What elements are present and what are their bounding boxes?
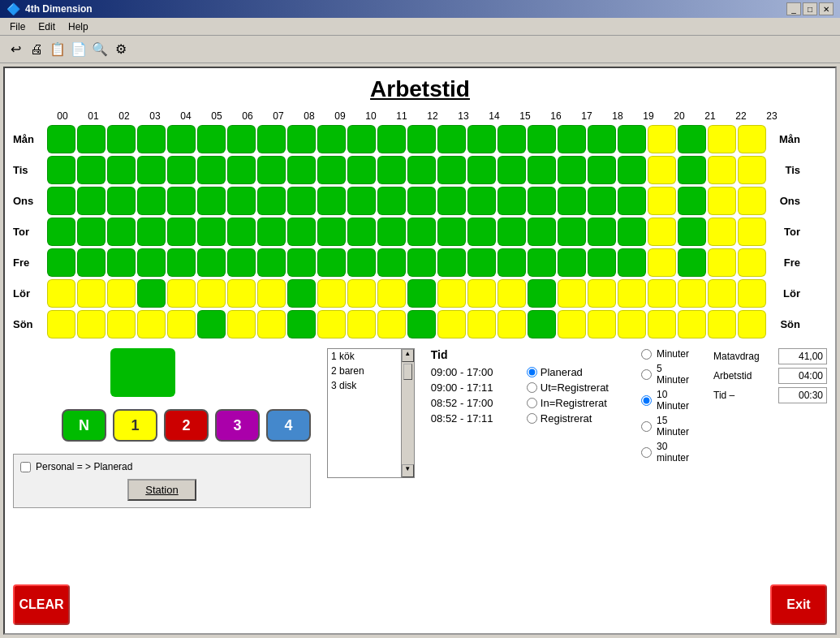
cell-mån-5[interactable] (197, 125, 226, 153)
minuter-radio-3[interactable] (641, 421, 652, 432)
cell-sön-16[interactable] (528, 310, 556, 338)
cell-sön-21[interactable] (678, 310, 706, 338)
menu-file[interactable]: File (3, 19, 32, 34)
cell-tis-20[interactable] (648, 156, 676, 184)
minuter-radio-4[interactable] (641, 447, 652, 458)
scroll-down-button[interactable]: ▼ (402, 464, 414, 477)
cell-ons-0[interactable] (47, 187, 75, 215)
num-btn-1[interactable]: 1 (113, 409, 157, 442)
cell-sön-22[interactable] (708, 310, 736, 338)
cell-ons-9[interactable] (317, 187, 346, 215)
tid-radio-label-1[interactable]: Ut=Registrerat (527, 382, 609, 394)
cell-tis-12[interactable] (407, 156, 436, 184)
cell-fre-20[interactable] (648, 248, 676, 277)
cell-mån-9[interactable] (317, 125, 346, 153)
cell-fre-2[interactable] (107, 248, 136, 277)
cell-tis-19[interactable] (618, 156, 646, 184)
cell-mån-1[interactable] (77, 125, 106, 153)
cell-tis-9[interactable] (317, 156, 346, 184)
cell-sön-4[interactable] (167, 310, 196, 338)
cell-fre-1[interactable] (77, 248, 106, 277)
close-button[interactable]: ✕ (819, 2, 834, 15)
cell-sön-12[interactable] (407, 310, 436, 338)
tid-radio-label-2[interactable]: In=Registrerat (527, 397, 607, 409)
cell-lör-12[interactable] (407, 279, 436, 308)
cell-ons-4[interactable] (167, 187, 196, 215)
cell-sön-13[interactable] (437, 310, 466, 338)
cell-tor-6[interactable] (227, 218, 256, 246)
cell-fre-16[interactable] (528, 248, 556, 277)
num-btn-3[interactable]: 3 (215, 409, 260, 442)
cell-ons-23[interactable] (738, 187, 766, 215)
cell-sön-6[interactable] (227, 310, 256, 338)
toolbar-icon-6[interactable]: ⚙ (112, 41, 130, 58)
cell-lör-21[interactable] (678, 279, 706, 308)
cell-sön-9[interactable] (317, 310, 346, 338)
cell-tis-16[interactable] (528, 156, 556, 184)
cell-ons-21[interactable] (678, 187, 706, 215)
cell-lör-20[interactable] (648, 279, 676, 308)
cell-mån-21[interactable] (678, 125, 706, 153)
cell-ons-12[interactable] (407, 187, 436, 215)
cell-fre-19[interactable] (618, 248, 646, 277)
cell-tis-1[interactable] (77, 156, 106, 184)
cell-fre-14[interactable] (467, 248, 496, 277)
num-btn-4[interactable]: 4 (266, 409, 311, 442)
cell-fre-17[interactable] (558, 248, 586, 277)
cell-mån-2[interactable] (107, 125, 136, 153)
cell-tor-13[interactable] (437, 218, 466, 246)
cell-ons-2[interactable] (107, 187, 136, 215)
cell-tor-16[interactable] (528, 218, 556, 246)
cell-ons-1[interactable] (77, 187, 106, 215)
toolbar-icon-4[interactable]: 📄 (70, 41, 88, 58)
cell-lör-6[interactable] (227, 279, 256, 308)
cell-lör-8[interactable] (287, 279, 316, 308)
cell-tis-3[interactable] (137, 156, 166, 184)
cell-tor-0[interactable] (47, 218, 75, 246)
cell-lör-19[interactable] (618, 279, 646, 308)
cell-mån-23[interactable] (738, 125, 766, 153)
cell-tor-10[interactable] (347, 218, 376, 246)
cell-lör-9[interactable] (317, 279, 346, 308)
num-btn-n[interactable]: N (62, 409, 106, 442)
cell-tor-2[interactable] (107, 218, 136, 246)
cell-sön-17[interactable] (558, 310, 586, 338)
cell-mån-18[interactable] (588, 125, 616, 153)
cell-tor-15[interactable] (498, 218, 526, 246)
list-item-3[interactable]: 3 disk (328, 378, 401, 393)
cell-mån-11[interactable] (377, 125, 406, 153)
cell-tis-2[interactable] (107, 156, 136, 184)
cell-sön-2[interactable] (107, 310, 136, 338)
cell-mån-22[interactable] (708, 125, 736, 153)
cell-sön-20[interactable] (648, 310, 676, 338)
cell-ons-15[interactable] (498, 187, 526, 215)
cell-lör-22[interactable] (708, 279, 736, 308)
cell-lör-10[interactable] (347, 279, 376, 308)
cell-lör-15[interactable] (498, 279, 526, 308)
cell-tor-14[interactable] (467, 218, 496, 246)
cell-mån-13[interactable] (437, 125, 466, 153)
cell-ons-22[interactable] (708, 187, 736, 215)
tid-radio-label-0[interactable]: Planerad (527, 366, 583, 378)
cell-mån-10[interactable] (347, 125, 376, 153)
cell-ons-5[interactable] (197, 187, 226, 215)
cell-fre-3[interactable] (137, 248, 166, 277)
station-button[interactable]: Station (127, 479, 196, 501)
cell-mån-14[interactable] (467, 125, 496, 153)
cell-ons-10[interactable] (347, 187, 376, 215)
cell-sön-11[interactable] (377, 310, 406, 338)
cell-ons-17[interactable] (558, 187, 586, 215)
personal-checkbox[interactable] (20, 462, 31, 472)
cell-ons-8[interactable] (287, 187, 316, 215)
cell-fre-13[interactable] (437, 248, 466, 277)
list-item-2[interactable]: 2 baren (328, 364, 401, 378)
cell-tor-4[interactable] (167, 218, 196, 246)
cell-sön-3[interactable] (137, 310, 166, 338)
cell-fre-21[interactable] (678, 248, 706, 277)
cell-fre-5[interactable] (197, 248, 226, 277)
cell-lör-18[interactable] (588, 279, 616, 308)
cell-tor-17[interactable] (558, 218, 586, 246)
cell-mån-4[interactable] (167, 125, 196, 153)
cell-ons-19[interactable] (618, 187, 646, 215)
cell-tor-20[interactable] (648, 218, 676, 246)
